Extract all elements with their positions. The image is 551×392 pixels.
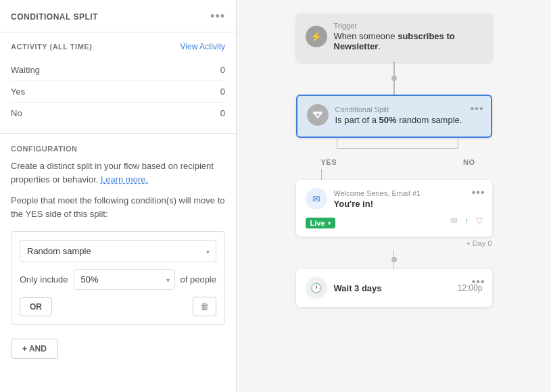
condition-type-dropdown-wrapper: Random sample Property Activity ▾ [20,240,216,262]
of-people-label: of people [181,274,217,285]
activity-row-yes: Yes 0 [11,81,225,103]
split-node-header: Conditional Split Is part of a 50% rando… [307,104,481,126]
yes-vertical-up [337,138,337,148]
email-node-content: Welcome Series, Email #1 You're in! [334,189,483,209]
no-vertical-up [458,138,458,148]
split-node[interactable]: ••• Conditional Split Is part of a 50% r… [296,95,492,138]
filter-action-icon[interactable]: ▽ [476,216,483,226]
delete-condition-button[interactable]: 🗑 [193,297,216,316]
percent-dropdown[interactable]: 10% 20% 25% 50% 75% 100% [74,269,175,290]
percent-dropdown-wrapper: 10% 20% 25% 50% 75% 100% ▾ [74,269,175,290]
activity-section-label: ACTIVITY (ALL TIME) [11,43,92,51]
wait-icon: 🕐 [306,277,327,299]
email-action-icons: ✉ ↑ ▽ [450,216,483,226]
activity-header: ACTIVITY (ALL TIME) View Activity [11,42,225,51]
yes-count: 0 [220,87,225,97]
split-node-content: Conditional Split Is part of a 50% rando… [335,105,481,125]
panel-title: CONDITIONAL SPLIT [11,12,98,22]
yes-branch-label: YES [321,158,337,166]
trigger-icon: ⚡ [306,26,327,47]
email-action-icon[interactable]: ✉ [450,216,458,226]
email-node-icon: ✉ [306,188,327,210]
email-footer: Live ▾ ✉ ↑ ▽ [306,212,483,228]
yes-label: Yes [11,87,25,97]
connector-line-3 [393,250,394,257]
condition-buttons-row: OR 🗑 [20,297,216,316]
config-note: People that meet the following condition… [11,194,225,220]
yes-branch-connector [279,169,509,180]
email-node[interactable]: ••• ✉ Welcome Series, Email #1 You're in… [296,180,492,237]
email-more-icon[interactable]: ••• [472,187,485,199]
trigger-text: When someone subscribes to Newsletter. [334,31,483,51]
and-button[interactable]: + AND [11,339,58,359]
percent-row: Only include 10% 20% 25% 50% 75% 100% ▾ … [20,269,216,290]
wait-node-content: 🕐 Wait 3 days 12:00p [306,277,483,299]
connector-line-1 [393,62,395,76]
no-label: No [11,108,22,118]
email-node-header: ✉ Welcome Series, Email #1 You're in! [306,188,483,210]
trash-icon: 🗑 [200,301,209,312]
branch-horizontal-line [337,148,458,149]
trigger-node-header: ⚡ Trigger When someone subscribes to New… [306,22,483,51]
or-button[interactable]: OR [20,297,52,316]
waiting-count: 0 [220,65,225,75]
trigger-label: Trigger [334,22,483,30]
email-series-label: Welcome Series, Email #1 [334,189,483,197]
waiting-label: Waiting [11,65,40,75]
live-caret-icon: ▾ [328,220,331,226]
wait-node[interactable]: ••• 🕐 Wait 3 days 12:00p [296,269,492,307]
split-icon [307,104,329,126]
condition-box: Random sample Property Activity ▾ Only i… [11,231,225,325]
connector-line-2 [393,81,395,95]
connector-line-4 [393,262,394,269]
no-branch-label: NO [463,158,475,166]
branch-labels-row: YES NO [279,158,509,169]
wait-more-icon[interactable]: ••• [472,276,485,288]
config-title: CONFIGURATION [11,145,225,153]
view-activity-link[interactable]: View Activity [181,42,225,51]
split-node-text: Is part of a 50% random sample. [335,115,481,125]
yes-connector-line [321,169,322,180]
email-title: You're in! [334,199,483,209]
left-panel: CONDITIONAL SPLIT ••• ACTIVITY (ALL TIME… [0,0,237,392]
activity-row-no: No 0 [11,103,225,124]
split-more-icon[interactable]: ••• [471,103,484,115]
right-panel: ⚡ Trigger When someone subscribes to New… [237,0,551,392]
more-options-icon[interactable]: ••• [210,9,225,24]
activity-row-waiting: Waiting 0 [11,59,225,81]
flow-container: ⚡ Trigger When someone subscribes to New… [250,14,537,307]
trigger-node-content: Trigger When someone subscribes to Newsl… [334,22,483,51]
branch-divider [279,138,509,158]
day-marker: + Day 0 [296,237,492,250]
only-include-label: Only include [20,274,68,285]
learn-more-link[interactable]: Learn more. [101,174,148,185]
panel-header: CONDITIONAL SPLIT ••• [0,0,236,32]
config-section: CONFIGURATION Create a distinct split in… [0,134,236,370]
trigger-node[interactable]: ⚡ Trigger When someone subscribes to New… [296,14,492,62]
connector-dot-1 [391,76,397,81]
config-description: Create a distinct split in your flow bas… [11,160,225,186]
wait-title: Wait 3 days [334,283,451,293]
no-count: 0 [220,108,225,118]
live-badge[interactable]: Live ▾ [306,218,335,228]
activity-section: ACTIVITY (ALL TIME) View Activity Waitin… [0,32,236,134]
connector-dot-2 [391,257,397,262]
condition-type-dropdown[interactable]: Random sample Property Activity [20,240,216,262]
arrow-action-icon[interactable]: ↑ [464,216,469,226]
split-node-label: Conditional Split [335,105,481,114]
